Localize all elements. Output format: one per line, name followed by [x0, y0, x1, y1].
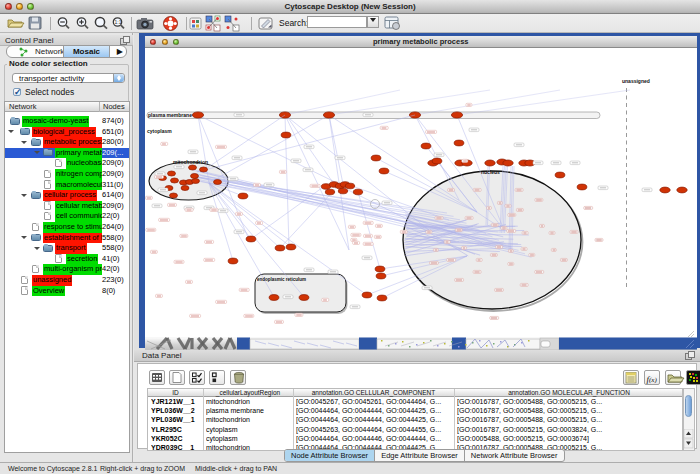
svg-text:f(x): f(x) — [647, 374, 658, 384]
svg-text:cytoplasm: cytoplasm — [147, 128, 172, 134]
svg-text:endoplasmic reticulum: endoplasmic reticulum — [257, 277, 306, 282]
svg-text:mitochondrion: mitochondrion — [173, 159, 208, 165]
svg-text:plasma membrane: plasma membrane — [148, 112, 192, 118]
svg-text:unassigned: unassigned — [622, 78, 650, 84]
svg-text:nucleus: nucleus — [481, 169, 500, 175]
svg-text:1:1: 1:1 — [115, 19, 122, 25]
